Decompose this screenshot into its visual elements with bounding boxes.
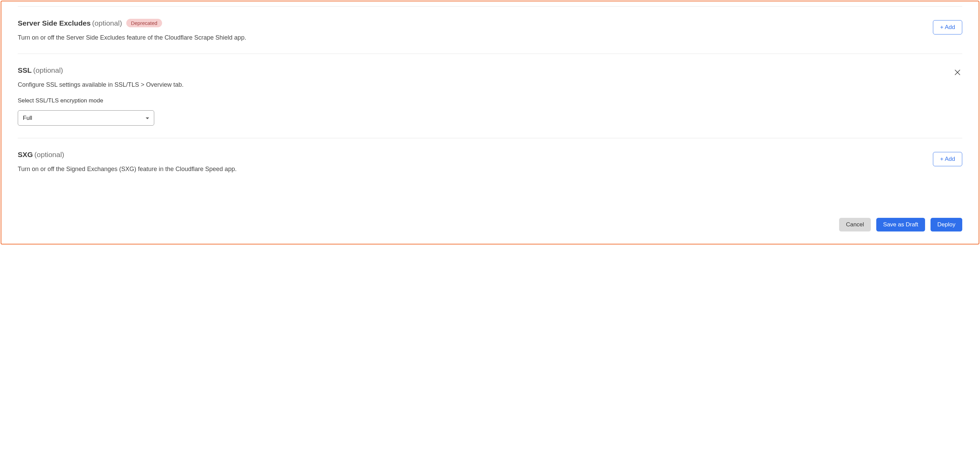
settings-panel: Server Side Excludes (optional) Deprecat… xyxy=(1,1,979,244)
section-title: SXG xyxy=(18,150,33,158)
section-title-row: Server Side Excludes (optional) Deprecat… xyxy=(18,19,925,27)
section-description: Turn on or off the Signed Exchanges (SXG… xyxy=(18,166,925,173)
section-description: Turn on or off the Server Side Excludes … xyxy=(18,34,925,41)
deploy-button[interactable]: Deploy xyxy=(931,218,962,231)
section-action: + Add xyxy=(933,150,962,166)
section-action: + Add xyxy=(933,19,962,35)
remove-button[interactable] xyxy=(953,68,962,78)
close-icon xyxy=(954,72,961,77)
field-label: Select SSL/TLS encryption mode xyxy=(18,97,945,104)
select-wrapper: Full xyxy=(18,110,154,126)
section-content: Server Side Excludes (optional) Deprecat… xyxy=(18,19,925,41)
section-content: SSL (optional) Configure SSL settings av… xyxy=(18,66,945,126)
optional-label: (optional) xyxy=(33,66,63,74)
section-content: SXG (optional) Turn on or off the Signed… xyxy=(18,150,925,173)
section-title-row: SSL (optional) xyxy=(18,66,945,75)
optional-label: (optional) xyxy=(35,150,65,158)
section-description: Configure SSL settings available in SSL/… xyxy=(18,81,945,88)
section-ssl: SSL (optional) Configure SSL settings av… xyxy=(18,54,962,138)
add-button[interactable]: + Add xyxy=(933,152,962,166)
optional-label: (optional) xyxy=(92,19,122,27)
cancel-button[interactable]: Cancel xyxy=(839,218,871,231)
section-action xyxy=(953,66,962,78)
section-sxg: SXG (optional) Turn on or off the Signed… xyxy=(18,138,962,185)
save-draft-button[interactable]: Save as Draft xyxy=(876,218,925,231)
ssl-mode-select[interactable]: Full xyxy=(18,110,154,126)
section-title-row: SXG (optional) xyxy=(18,150,925,159)
add-button[interactable]: + Add xyxy=(933,20,962,35)
footer-actions: Cancel Save as Draft Deploy xyxy=(18,208,962,231)
section-server-side-excludes: Server Side Excludes (optional) Deprecat… xyxy=(18,6,962,54)
section-title: Server Side Excludes xyxy=(18,19,91,27)
deprecated-badge: Deprecated xyxy=(126,19,162,27)
section-title: SSL xyxy=(18,66,32,74)
